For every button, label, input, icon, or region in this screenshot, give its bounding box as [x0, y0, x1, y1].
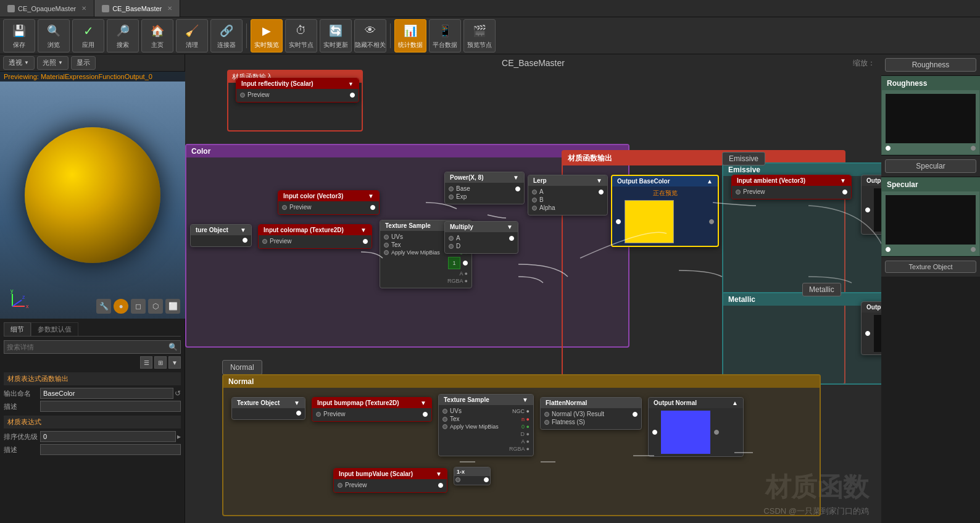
roughness-pins	[886, 146, 976, 151]
hide-irrelevant-button[interactable]: 👁 隐藏不相关	[354, 19, 386, 52]
nav-icon-1[interactable]: 🔧	[96, 299, 111, 314]
browse-button[interactable]: 🔍 浏览	[38, 19, 70, 52]
node-input-colormap[interactable]: Input colormap (Texture2D) ▼ Preview	[258, 224, 372, 249]
priority-arrow[interactable]: ▸	[177, 432, 181, 441]
tab-base[interactable]: CE_BaseMaster ✕	[94, 0, 180, 17]
canvas-area[interactable]: CE_BaseMaster 缩放： 材质函数输	[185, 54, 881, 523]
show-button[interactable]: 显示	[71, 56, 96, 70]
node-input-color[interactable]: Input color (Vector3) ▼ Preview	[278, 190, 380, 215]
ts-normal-d-row: D ●	[442, 431, 529, 437]
node-texture-object-normal[interactable]: Texture Object ▼	[231, 397, 305, 420]
perspective-button[interactable]: 透视 ▼	[3, 56, 35, 70]
output-name-reset[interactable]: ↺	[175, 389, 181, 398]
pin-metallic-in	[865, 331, 870, 336]
params-tab[interactable]: 参数默认值	[31, 322, 78, 336]
roughness-label-btn[interactable]: Roughness	[885, 58, 976, 72]
pin-power-base-in	[449, 186, 454, 191]
nav-icon-4[interactable]: ⬡	[148, 299, 163, 314]
node-texture-object-left[interactable]: ture Object ▼	[190, 224, 252, 247]
home-button[interactable]: 🏠 主页	[141, 19, 173, 52]
search-button[interactable]: 🔎 搜索	[107, 19, 139, 52]
priority-label: 排序优先级	[4, 432, 38, 441]
node-1mx-label: 1-x	[457, 469, 465, 475]
tab-opaque[interactable]: CE_OpaqueMaster ✕	[0, 0, 94, 17]
output-name-input[interactable]	[40, 388, 173, 399]
roughness-btn-wrap: Roughness	[881, 54, 980, 76]
realtime-preview-button[interactable]: ▶ 实时预览	[251, 19, 283, 52]
node-flatten-normal[interactable]: FlattenNormal Normal (V3) Result Flatnes…	[540, 397, 642, 430]
node-output-metallic[interactable]: Output Metallic ▲	[861, 301, 881, 355]
desc1-input[interactable]	[40, 401, 181, 412]
detail-tabs: 细节 参数默认值	[4, 322, 181, 337]
specular-btn-wrap: Specular	[881, 155, 980, 177]
preview-node-button[interactable]: 🎬 预览节点	[463, 19, 496, 52]
emissive-label-btn[interactable]: Emissive	[722, 152, 765, 165]
nav-icon-5[interactable]: ⬜	[165, 299, 180, 314]
priority-input[interactable]	[40, 431, 176, 442]
ts-a-row: A ●	[384, 270, 468, 277]
ts-normal-a-row: A ●	[442, 438, 529, 445]
pin-multiply-out	[509, 236, 514, 241]
node-input-colormap-label: Input colormap (Texture2D)	[264, 227, 344, 233]
detail-tab[interactable]: 细节	[4, 322, 31, 336]
filter-button[interactable]: ▼	[168, 356, 181, 369]
stats-button[interactable]: 📊 统计数据	[394, 19, 426, 52]
node-1mx[interactable]: 1-x	[454, 467, 491, 485]
tab-close-opaque[interactable]: ✕	[81, 5, 86, 12]
clean-button[interactable]: 🧹 清理	[176, 19, 208, 52]
realtime-update-button[interactable]: 🔄 实时更新	[320, 19, 352, 52]
emissive-preview	[874, 188, 881, 232]
node-multiply[interactable]: Multiply ▼ A D	[444, 221, 518, 254]
tab-close-base[interactable]: ✕	[167, 5, 172, 12]
tab-label-opaque: CE_OpaqueMaster	[18, 5, 76, 12]
search-input[interactable]	[7, 343, 166, 351]
node-lerp-expand: ▼	[596, 177, 602, 184]
node-output-emissive[interactable]: Output Emissive ▲	[861, 175, 881, 235]
platform-data-icon: 📱	[436, 22, 454, 40]
metallic-label-btn[interactable]: Metallic	[802, 283, 841, 296]
search-icon: 🔎	[114, 22, 131, 40]
bumpvalue-preview-row: Preview	[338, 482, 443, 488]
pin-color-in	[282, 205, 287, 210]
comment-metallic: Metallic	[722, 292, 881, 385]
svg-text:y: y	[10, 288, 14, 294]
nav-icon-3[interactable]: ◻	[131, 299, 146, 314]
list-view-button[interactable]: ☰	[140, 356, 152, 369]
node-input-bumpmap[interactable]: Input bumpmap (Texture2D) ▼ Preview	[312, 397, 432, 422]
node-output-metallic-label: Output Metallic	[866, 304, 881, 311]
node-lerp[interactable]: Lerp ▼ A B Alpha	[528, 175, 608, 215]
params-tab-label: 参数默认值	[38, 325, 72, 333]
node-power[interactable]: Power(X, 8) ▼ Base Exp	[444, 172, 525, 204]
pin-flatten-flatness-label: Flatness (S)	[552, 419, 585, 425]
node-input-ambient-header: Input ambient (Vector3) ▼	[732, 175, 851, 186]
specular-label-btn[interactable]: Specular	[885, 159, 976, 173]
realtime-node-button[interactable]: ⏱ 实时节点	[285, 19, 317, 52]
grid-view-button[interactable]: ⊞	[154, 356, 167, 369]
node-output-normal[interactable]: Output Normal ▲	[648, 397, 744, 457]
node-output-basecolor[interactable]: Output BaseColor ▲ 正在预览	[611, 175, 719, 247]
node-texture-sample-normal[interactable]: Texture Sample ▼ UVs NGC ● Tex n ● Apply…	[438, 394, 534, 456]
preview-node-label: 预览节点	[467, 41, 492, 49]
lighting-button[interactable]: 光照 ▼	[37, 56, 69, 70]
node-output-normal-label: Output Normal	[654, 400, 697, 406]
desc2-label: 描述	[4, 445, 38, 454]
node-input-ambient[interactable]: Input ambient (Vector3) ▼ Preview	[731, 175, 852, 199]
pin-specular-in	[886, 247, 891, 252]
node-multiply-label: Multiply	[450, 224, 473, 230]
connector-button[interactable]: 🔗 连接器	[210, 19, 243, 52]
platform-data-button[interactable]: 📱 平台数据	[429, 19, 461, 52]
node-texture-object-normal-expand: ▼	[294, 400, 300, 406]
node-input-bumpvalue[interactable]: Input bumpValue (Scalar) ▼ Preview	[333, 468, 447, 493]
texture-object-btn[interactable]: Texture Object	[885, 261, 976, 273]
normal-button[interactable]: Normal	[222, 360, 262, 375]
node-input-ambient-expand: ▼	[840, 177, 846, 184]
stats-label: 统计数据	[398, 41, 423, 49]
zoom-label: 缩放：	[853, 58, 875, 69]
pin-ts-normal-uvs-label: UVs	[450, 408, 462, 414]
nav-icon-2[interactable]: ●	[114, 299, 128, 314]
node-input-reflectivity[interactable]: Input reflectivity (Scalar) ▼ Preview	[236, 78, 359, 103]
save-button[interactable]: 💾 保存	[3, 19, 35, 52]
node-multiply-header: Multiply ▼	[445, 222, 518, 232]
apply-button[interactable]: ✓ 应用	[72, 19, 104, 52]
desc2-input[interactable]	[40, 444, 181, 455]
